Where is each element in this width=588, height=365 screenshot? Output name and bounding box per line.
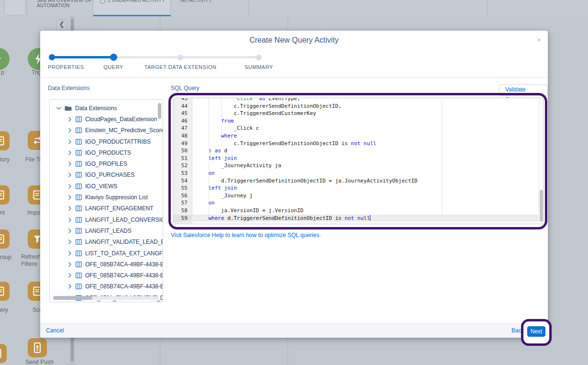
chevron-right-icon[interactable] [67, 206, 72, 211]
palette-activity-label: ery [0, 307, 12, 314]
editor-scrollbar-track[interactable] [538, 98, 544, 224]
code-line-57[interactable]: 57 on [174, 199, 539, 207]
tree-item[interactable]: IGO_PURCHASES [50, 170, 163, 181]
progress-connector [52, 56, 113, 58]
palette-activity-icon[interactable] [0, 229, 10, 249]
code-line-51[interactable]: 51 left join [174, 155, 539, 162]
palette-activity-icon[interactable] [0, 48, 10, 70]
line-number: 43 [174, 98, 192, 103]
tree-item[interactable]: CloudPages_DataExtension [50, 114, 163, 125]
palette-activity-label: nt [0, 209, 11, 217]
sql-editor[interactable]: 43 'Click' as EventType, 44 c.TriggererS… [173, 98, 544, 224]
tree-item[interactable]: IGO_PROFILES [50, 158, 163, 169]
code-line-54[interactable]: 54 d.TriggererSendDefinitionObjectID = j… [174, 177, 539, 185]
close-icon[interactable]: × [537, 35, 541, 44]
tree-item[interactable]: OFE_085B74CA-49BF-4438-B566- [50, 281, 163, 292]
line-number: 50 [174, 147, 192, 155]
chevron-right-icon[interactable] [67, 228, 72, 233]
chevron-right-icon[interactable] [67, 161, 72, 166]
tree-item[interactable]: IGO_PRODUCTS [50, 147, 163, 158]
compass-icon [100, 0, 105, 4]
line-number: 56 [174, 192, 192, 200]
chevron-right-icon[interactable] [67, 195, 72, 200]
chevron-right-icon[interactable] [67, 284, 72, 289]
chevron-right-icon[interactable] [67, 172, 72, 177]
chevron-down-icon[interactable] [56, 106, 61, 111]
step-dot-properties [49, 54, 55, 60]
tab-undefined-activity[interactable]: 1 UNDEFINED ACTIVITY [93, 0, 171, 16]
chevron-right-icon[interactable] [67, 240, 72, 244]
tree-item-label: CloudPages_DataExtension [85, 116, 157, 123]
code-line-47[interactable]: 47 _Click c [174, 125, 539, 132]
palette-activity-icon[interactable] [0, 282, 10, 301]
editor-scrollbar-thumb[interactable] [540, 190, 543, 222]
tree-item-label: IGO_PURCHASES [85, 171, 134, 178]
tree-item[interactable]: OFE_085B74CA-49BF-4438-B566- [50, 259, 163, 270]
code-line-55[interactable]: 55 left join [174, 184, 539, 192]
tree-root-data-extensions[interactable]: Data Extensions [50, 103, 163, 114]
palette-activity-icon[interactable] [28, 338, 47, 357]
tree-item[interactable]: Klaviyo Suppression List [50, 192, 163, 203]
palette-activity-icon[interactable] [0, 131, 10, 150]
chevron-right-icon[interactable] [67, 184, 72, 189]
tree-item[interactable]: LANGFIT_LEAD_CONVERSION [50, 214, 163, 225]
line-number: 53 [174, 170, 192, 177]
line-number: 59 [174, 215, 192, 222]
data-extension-icon [76, 251, 82, 256]
cancel-link[interactable]: Cancel [46, 327, 64, 334]
code-line-43[interactable]: 43 'Click' as EventType, [174, 98, 539, 103]
code-line-59[interactable]: 59 where d.TriggererSendDefinitionObject… [174, 215, 539, 222]
tab-automation-overview[interactable]: SEE AN OVERVIEW OF THIS AUTOMATION [27, 0, 93, 16]
code-line-49[interactable]: 49 c.TriggererSendDefinitionObjectID is … [174, 140, 539, 148]
validate-syntax-button[interactable]: Validate Syntax [499, 84, 548, 96]
code-line-45[interactable]: 45 c.TriggeredSendCustomerKey [174, 110, 539, 117]
palette-activity-label: tory [0, 156, 15, 163]
chevron-right-icon[interactable] [67, 273, 72, 278]
code-line-52[interactable]: 52 _JourneyActivity ja [174, 162, 539, 170]
code-line-48[interactable]: 48 where [174, 132, 539, 140]
chevron-right-icon[interactable] [67, 139, 72, 144]
tree-item[interactable]: Einstein_MC_Predictive_Scores [50, 125, 163, 136]
sql-help-link[interactable]: Visit Salesforce Help to learn how to op… [171, 232, 321, 239]
chevron-right-icon[interactable] [67, 128, 72, 133]
tree-item[interactable]: OFE_085B74CA-49BF-4438-B566- [50, 270, 163, 281]
collapse-palette-button[interactable]: ❮ [56, 19, 67, 31]
code-line-46[interactable]: 46 from [174, 117, 539, 125]
tree-item[interactable]: LANGFIT_ENGAGEMENT [50, 203, 163, 214]
code-line-58[interactable]: 58 ja.VersionID = j.VersionID [174, 207, 539, 215]
code-line-50[interactable]: 50 ) as d [174, 147, 539, 155]
tree-item[interactable]: IGO_PRODUCTATTRIBS [50, 136, 163, 147]
tree-item-label: LANGFIT_VALIDATE_LEAD_EMAIL_ [85, 239, 163, 245]
tree-vscrollbar-thumb[interactable] [158, 103, 161, 119]
tree-item[interactable]: LANGFIT_VALIDATE_LEAD_EMAIL_ [50, 237, 163, 248]
tree-item[interactable]: IGO_VIEWS [50, 181, 163, 192]
step-label: SUMMARY [244, 64, 273, 70]
tab-strip-spacer [249, 0, 488, 16]
tree-item[interactable]: LIST_TO_DATA_EXT_LANGFIT [50, 248, 163, 259]
chevron-right-icon[interactable] [67, 117, 72, 122]
tree-item-label: LIST_TO_DATA_EXT_LANGFIT [85, 250, 163, 257]
chevron-right-icon[interactable] [67, 262, 72, 267]
step-dot-target-data-extension [178, 55, 183, 60]
code-line-44[interactable]: 44 c.TriggererSendDefinitionObjectID, [174, 103, 539, 110]
chevron-right-icon[interactable] [67, 150, 72, 155]
tree-item-label: Einstein_MC_Predictive_Scores [85, 127, 163, 134]
tree-hscrollbar-thumb[interactable] [53, 296, 92, 300]
tree-item-label: LANGFIT_LEAD_CONVERSION [85, 217, 163, 223]
chevron-right-icon[interactable] [67, 251, 72, 256]
sql-code[interactable]: 43 'Click' as EventType, 44 c.TriggererS… [174, 98, 539, 222]
data-extensions-tree[interactable]: Data Extensions CloudPages_DataExtension… [49, 99, 163, 302]
text-cursor [370, 215, 370, 221]
code-line-56[interactable]: 56 _Journey j [174, 192, 539, 200]
palette-activity-icon[interactable] [0, 185, 10, 205]
tab-no-activity[interactable]: NO ACTIVITY. [171, 0, 249, 16]
line-number: 57 [174, 199, 192, 207]
palette-activity-icon[interactable] [0, 344, 7, 363]
tree-item-label: IGO_PRODUCTS [85, 149, 131, 156]
tree-item[interactable]: LANGFIT_LEADS [50, 225, 163, 236]
next-button[interactable]: Next [527, 326, 545, 337]
code-line-53[interactable]: 53 on [174, 170, 539, 177]
editor-ruler-line [442, 98, 442, 224]
wizard-progress: PROPERTIESQUERYTARGET DATA EXTENSIONSUMM… [40, 50, 548, 78]
chevron-right-icon[interactable] [67, 217, 72, 222]
